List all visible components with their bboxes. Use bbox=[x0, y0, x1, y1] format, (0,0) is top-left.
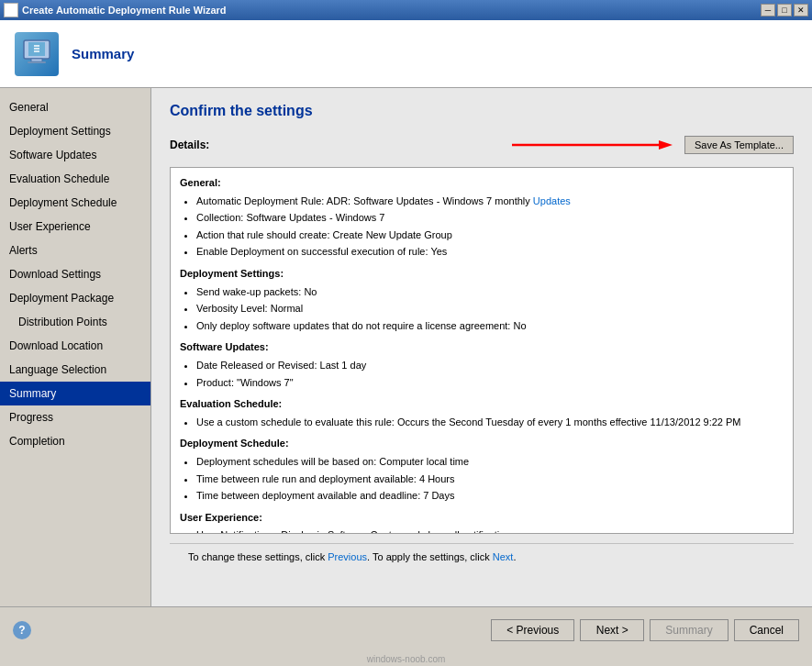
titlebar-title: Create Automatic Deployment Rule Wizard bbox=[22, 5, 227, 16]
sidebar-item-general[interactable]: General bbox=[0, 95, 150, 119]
list-item: Collection: Software Updates - Windows 7 bbox=[196, 210, 784, 227]
info-text-before: To change these settings, click bbox=[188, 551, 328, 562]
previous-link[interactable]: Previous bbox=[328, 551, 367, 562]
sidebar-item-language-selection[interactable]: Language Selection bbox=[0, 358, 150, 382]
wizard-icon bbox=[15, 32, 59, 76]
summary-button[interactable]: Summary bbox=[650, 619, 728, 641]
sidebar-item-progress[interactable]: Progress bbox=[0, 405, 150, 429]
details-header: Details: Save As Template... bbox=[170, 136, 794, 154]
content-area: Confirm the settings Details: Save As Te… bbox=[151, 88, 812, 606]
titlebar: ⚙ Create Automatic Deployment Rule Wizar… bbox=[0, 0, 812, 20]
sidebar-item-download-location[interactable]: Download Location bbox=[0, 334, 150, 358]
sidebar-item-alerts[interactable]: Alerts bbox=[0, 239, 150, 262]
titlebar-buttons: ─ □ ✕ bbox=[761, 4, 808, 17]
highlight-updates: Updates bbox=[533, 195, 571, 206]
svg-rect-3 bbox=[28, 61, 46, 63]
footer-left: ? bbox=[13, 621, 31, 639]
sidebar-item-deployment-schedule[interactable]: Deployment Schedule bbox=[0, 191, 150, 215]
arrow-icon bbox=[512, 136, 677, 154]
help-icon[interactable]: ? bbox=[13, 621, 31, 639]
details-box: General: Automatic Deployment Rule: ADR:… bbox=[170, 167, 794, 534]
list-item: Product: "Windows 7" bbox=[196, 375, 784, 392]
section-deployment-schedule-list: Deployment schedules will be based on: C… bbox=[196, 454, 784, 505]
wizard-footer: ? < Previous Next > Summary Cancel bbox=[0, 606, 812, 652]
list-item: User Notifications: Display in Software … bbox=[196, 527, 784, 534]
info-text-after: . bbox=[513, 551, 516, 562]
svg-marker-8 bbox=[659, 140, 673, 150]
close-button[interactable]: ✕ bbox=[794, 4, 808, 17]
sidebar-item-user-experience[interactable]: User Experience bbox=[0, 215, 150, 239]
list-item: Use a custom schedule to evaluate this r… bbox=[196, 415, 784, 431]
list-item: Automatic Deployment Rule: ADR: Software… bbox=[196, 194, 784, 210]
titlebar-left: ⚙ Create Automatic Deployment Rule Wizar… bbox=[4, 3, 227, 17]
wizard-title: Summary bbox=[72, 46, 134, 61]
list-item: Date Released or Revised: Last 1 day bbox=[196, 358, 784, 374]
list-item: Time between deployment available and de… bbox=[196, 488, 784, 505]
list-item: Action that rule should create: Create N… bbox=[196, 228, 784, 244]
svg-rect-2 bbox=[31, 59, 42, 61]
computer-icon bbox=[19, 37, 54, 72]
maximize-button[interactable]: □ bbox=[777, 4, 792, 17]
sidebar-item-evaluation-schedule[interactable]: Evaluation Schedule bbox=[0, 167, 150, 191]
details-label: Details: bbox=[170, 139, 209, 151]
section-deployment-schedule-title: Deployment Schedule: bbox=[180, 436, 784, 452]
watermark: windows-noob.com bbox=[0, 652, 812, 666]
list-item: Deployment schedules will be based on: C… bbox=[196, 454, 784, 471]
save-as-template-button[interactable]: Save As Template... bbox=[684, 136, 794, 154]
list-item: Enable Deployment on successful executio… bbox=[196, 244, 784, 261]
previous-button[interactable]: < Previous bbox=[491, 619, 574, 641]
next-button[interactable]: Next > bbox=[580, 619, 644, 641]
minimize-button[interactable]: ─ bbox=[761, 4, 775, 17]
wizard-header: Summary bbox=[0, 20, 812, 88]
sidebar-item-completion[interactable]: Completion bbox=[0, 429, 150, 453]
sidebar-item-summary[interactable]: Summary bbox=[0, 382, 150, 405]
list-item: Only deploy software updates that do not… bbox=[196, 318, 784, 335]
arrow-container bbox=[209, 136, 677, 154]
section-evaluation-schedule-title: Evaluation Schedule: bbox=[180, 396, 784, 413]
sidebar-item-software-updates[interactable]: Software Updates bbox=[0, 143, 150, 167]
info-bar: To change these settings, click Previous… bbox=[170, 543, 794, 570]
section-general-title: General: bbox=[180, 175, 784, 192]
sidebar-item-download-settings[interactable]: Download Settings bbox=[0, 262, 150, 286]
info-text-middle: . To apply the settings, click bbox=[367, 551, 493, 562]
wizard-body: General Deployment Settings Software Upd… bbox=[0, 88, 812, 606]
list-item: Verbosity Level: Normal bbox=[196, 301, 784, 317]
list-item: Send wake-up packets: No bbox=[196, 284, 784, 301]
next-link[interactable]: Next bbox=[493, 551, 514, 562]
section-software-updates-list: Date Released or Revised: Last 1 day Pro… bbox=[196, 358, 784, 391]
section-evaluation-schedule-list: Use a custom schedule to evaluate this r… bbox=[196, 415, 784, 431]
sidebar-item-distribution-points[interactable]: Distribution Points bbox=[0, 310, 150, 334]
section-deployment-settings-title: Deployment Settings: bbox=[180, 266, 784, 283]
app-icon: ⚙ bbox=[4, 3, 18, 17]
footer-buttons: < Previous Next > Summary Cancel bbox=[491, 619, 799, 641]
section-user-experience-list: User Notifications: Display in Software … bbox=[196, 527, 784, 534]
section-user-experience-title: User Experience: bbox=[180, 510, 784, 527]
section-deployment-settings-list: Send wake-up packets: No Verbosity Level… bbox=[196, 284, 784, 335]
cancel-button[interactable]: Cancel bbox=[734, 619, 799, 641]
content-title: Confirm the settings bbox=[170, 103, 794, 119]
list-item: Time between rule run and deployment ava… bbox=[196, 472, 784, 488]
sidebar-item-deployment-settings[interactable]: Deployment Settings bbox=[0, 119, 150, 143]
sidebar-item-deployment-package[interactable]: Deployment Package bbox=[0, 286, 150, 310]
section-general-list: Automatic Deployment Rule: ADR: Software… bbox=[196, 194, 784, 261]
sidebar: General Deployment Settings Software Upd… bbox=[0, 88, 151, 606]
section-software-updates-title: Software Updates: bbox=[180, 339, 784, 356]
